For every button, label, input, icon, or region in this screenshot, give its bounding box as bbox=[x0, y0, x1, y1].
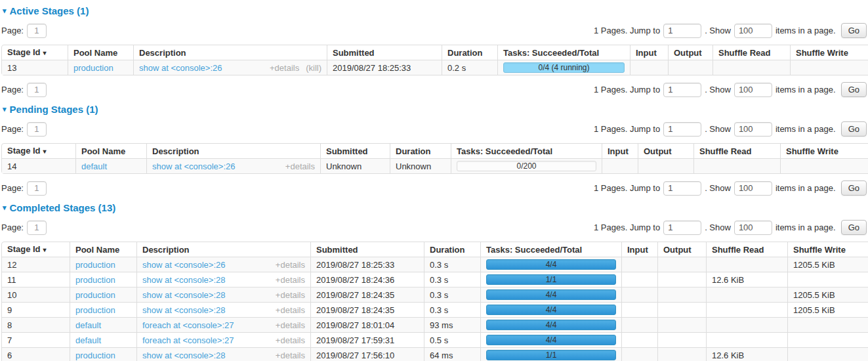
details-toggle[interactable]: +details bbox=[270, 63, 299, 73]
pool-name-link[interactable]: production bbox=[75, 305, 115, 315]
page-number-input[interactable] bbox=[27, 83, 47, 97]
column-header-tasks-succeeded-total[interactable]: Tasks: Succeeded/Total bbox=[480, 242, 621, 257]
column-label: Output bbox=[663, 245, 692, 255]
section-header-pending-stages[interactable]: ▾Pending Stages (1) bbox=[3, 104, 865, 115]
go-button[interactable]: Go bbox=[841, 220, 867, 235]
show-items-input[interactable] bbox=[734, 221, 772, 235]
shuffle-write-cell bbox=[790, 60, 868, 75]
pool-name-link[interactable]: production bbox=[75, 350, 115, 360]
pool-name-link[interactable]: default bbox=[75, 320, 101, 330]
column-header-description[interactable]: Description bbox=[133, 45, 327, 60]
details-toggle[interactable]: +details bbox=[276, 335, 305, 345]
stage-row: 7defaultforeach at <console>:27+details2… bbox=[2, 332, 868, 347]
column-header-stage-id[interactable]: Stage Id▾ bbox=[2, 242, 70, 257]
details-toggle[interactable]: +details bbox=[276, 260, 305, 270]
page-number-input[interactable] bbox=[27, 24, 47, 38]
jump-to-input[interactable] bbox=[663, 122, 701, 137]
details-toggle[interactable]: +details bbox=[276, 275, 305, 285]
column-label: Shuffle Write bbox=[796, 48, 848, 58]
column-header-shuffle-read[interactable]: Shuffle Read bbox=[713, 45, 790, 60]
go-button[interactable]: Go bbox=[841, 180, 867, 196]
column-header-pool-name[interactable]: Pool Name bbox=[68, 45, 133, 60]
output-cell bbox=[657, 302, 706, 317]
column-header-description[interactable]: Description bbox=[136, 242, 310, 257]
tasks-cell: 4/4 bbox=[480, 257, 621, 272]
column-header-pool-name[interactable]: Pool Name bbox=[70, 242, 136, 257]
column-header-shuffle-write[interactable]: Shuffle Write bbox=[780, 144, 868, 158]
column-header-description[interactable]: Description bbox=[146, 144, 320, 158]
column-header-shuffle-write[interactable]: Shuffle Write bbox=[790, 45, 868, 60]
column-header-input[interactable]: Input bbox=[602, 144, 638, 158]
section-header-active-stages[interactable]: ▾Active Stages (1) bbox=[3, 5, 865, 16]
submitted-cell: 2019/08/27 17:56:10 bbox=[310, 347, 424, 361]
section-header-completed-stages[interactable]: ▾Completed Stages (13) bbox=[3, 202, 865, 213]
go-button[interactable]: Go bbox=[841, 23, 867, 38]
pager-top-pending: Page:1 Pages. Jump to. Showitems in a pa… bbox=[1, 121, 867, 137]
description-content: show at <console>:26+details bbox=[152, 161, 315, 171]
pool-name-link[interactable]: production bbox=[75, 260, 115, 270]
page-number-input[interactable] bbox=[27, 122, 47, 137]
go-button[interactable]: Go bbox=[841, 82, 867, 97]
description-link[interactable]: show at <console>:26 bbox=[139, 63, 222, 73]
column-label: Input bbox=[627, 245, 648, 255]
details-toggle[interactable]: +details bbox=[276, 350, 305, 360]
jump-to-input[interactable] bbox=[663, 83, 701, 97]
show-items-input[interactable] bbox=[734, 122, 772, 137]
column-header-submitted[interactable]: Submitted bbox=[320, 144, 390, 158]
details-toggle[interactable]: +details bbox=[285, 161, 315, 171]
description-link[interactable]: foreach at <console>:27 bbox=[142, 320, 234, 330]
jump-to-input[interactable] bbox=[663, 24, 701, 38]
go-button[interactable]: Go bbox=[841, 121, 867, 137]
details-toggle[interactable]: +details bbox=[276, 305, 305, 315]
shuffle-read-cell bbox=[693, 158, 780, 173]
column-header-pool-name[interactable]: Pool Name bbox=[75, 144, 146, 158]
show-items-input[interactable] bbox=[734, 24, 772, 38]
description-link[interactable]: show at <console>:28 bbox=[142, 350, 225, 360]
column-header-submitted[interactable]: Submitted bbox=[310, 242, 424, 257]
column-header-shuffle-read[interactable]: Shuffle Read bbox=[693, 144, 780, 158]
column-header-input[interactable]: Input bbox=[621, 242, 657, 257]
column-header-stage-id[interactable]: Stage Id▾ bbox=[2, 45, 68, 60]
pool-name-link[interactable]: production bbox=[73, 63, 114, 73]
column-header-output[interactable]: Output bbox=[638, 144, 693, 158]
column-label: Submitted bbox=[333, 48, 375, 58]
column-header-duration[interactable]: Duration bbox=[442, 45, 497, 60]
column-header-submitted[interactable]: Submitted bbox=[327, 45, 442, 60]
column-header-stage-id[interactable]: Stage Id▾ bbox=[2, 144, 75, 158]
column-header-output[interactable]: Output bbox=[668, 45, 713, 60]
show-items-input[interactable] bbox=[734, 181, 772, 196]
column-header-shuffle-read[interactable]: Shuffle Read bbox=[706, 242, 787, 257]
description-link[interactable]: show at <console>:28 bbox=[142, 290, 225, 300]
page-number-input[interactable] bbox=[27, 181, 47, 196]
tasks-cell: 4/4 bbox=[480, 332, 621, 347]
output-cell bbox=[657, 272, 706, 287]
column-header-tasks-succeeded-total[interactable]: Tasks: Succeeded/Total bbox=[451, 144, 602, 158]
details-toggle[interactable]: +details bbox=[276, 290, 305, 300]
duration-cell: 0.5 s bbox=[424, 332, 480, 347]
column-header-shuffle-write[interactable]: Shuffle Write bbox=[787, 242, 868, 257]
column-header-tasks-succeeded-total[interactable]: Tasks: Succeeded/Total bbox=[497, 45, 630, 60]
stage-id-cell: 10 bbox=[2, 287, 70, 302]
show-items-input[interactable] bbox=[734, 83, 772, 97]
pager-bottom-pending: Page:1 Pages. Jump to. Showitems in a pa… bbox=[1, 180, 867, 196]
column-header-duration[interactable]: Duration bbox=[424, 242, 480, 257]
description-link[interactable]: show at <console>:28 bbox=[142, 275, 225, 285]
page-number-input[interactable] bbox=[27, 221, 47, 235]
pool-name-link[interactable]: production bbox=[75, 290, 115, 300]
description-cell: show at <console>:26+details bbox=[146, 158, 320, 173]
column-header-output[interactable]: Output bbox=[657, 242, 706, 257]
pool-name-link[interactable]: default bbox=[81, 161, 107, 171]
details-toggle[interactable]: +details bbox=[276, 320, 305, 330]
description-link[interactable]: show at <console>:26 bbox=[142, 260, 225, 270]
pool-name-link[interactable]: production bbox=[75, 275, 115, 285]
column-header-input[interactable]: Input bbox=[630, 45, 668, 60]
kill-link[interactable]: (kill) bbox=[306, 63, 321, 73]
pool-name-link[interactable]: default bbox=[75, 335, 101, 345]
jump-to-input[interactable] bbox=[663, 181, 701, 196]
description-content: show at <console>:26+details bbox=[142, 260, 305, 270]
jump-to-input[interactable] bbox=[663, 221, 701, 235]
description-link[interactable]: show at <console>:28 bbox=[142, 305, 225, 315]
description-link[interactable]: show at <console>:26 bbox=[152, 161, 235, 171]
description-link[interactable]: foreach at <console>:27 bbox=[142, 335, 234, 345]
column-header-duration[interactable]: Duration bbox=[390, 144, 451, 158]
